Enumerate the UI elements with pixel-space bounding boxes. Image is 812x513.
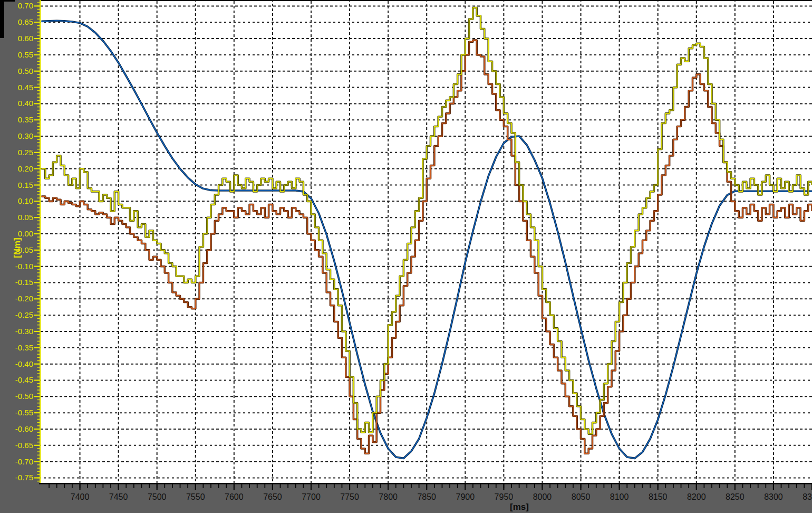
x-tick-label: 7750 xyxy=(340,492,359,501)
x-tick-label: 7900 xyxy=(456,492,475,501)
y-tick-label: -0.45 xyxy=(15,375,33,384)
y-tick-label: 0.70 xyxy=(18,1,33,10)
plot-top-border xyxy=(41,0,812,1)
y-tick-label: -0.35 xyxy=(15,343,33,352)
y-tick-label: -0.10 xyxy=(15,262,33,271)
x-tick-label: 7400 xyxy=(71,492,90,501)
x-axis-unit-label: [ms] xyxy=(510,502,529,512)
y-tick-label: 0.10 xyxy=(18,196,33,205)
y-tick-label: -0.25 xyxy=(15,310,33,319)
x-tick-label: 7850 xyxy=(417,492,436,501)
y-tick-label: -0.65 xyxy=(15,441,33,450)
y-tick-label: 0.65 xyxy=(18,17,33,26)
x-tick-label: 8200 xyxy=(687,492,706,501)
y-axis-line xyxy=(40,0,41,483)
y-tick-label: 0.00 xyxy=(18,229,33,238)
y-tick-label: -0.20 xyxy=(15,294,33,303)
x-tick-label: 7550 xyxy=(186,492,205,501)
y-tick-label: 0.05 xyxy=(18,213,33,222)
y-tick-label: 0.25 xyxy=(18,148,33,157)
y-tick-label: -0.15 xyxy=(15,278,33,287)
x-tick-label: 7600 xyxy=(225,492,244,501)
x-tick-label: 8300 xyxy=(764,492,783,501)
x-tick-label: 8050 xyxy=(572,492,591,501)
y-tick-label: -0.75 xyxy=(15,473,33,482)
y-tick-label: -0.60 xyxy=(15,424,33,433)
y-tick-label: -0.55 xyxy=(15,408,33,417)
y-tick-label: 0.60 xyxy=(18,34,33,43)
x-tick-label: 7450 xyxy=(109,492,128,501)
y-tick-label: 0.55 xyxy=(18,50,33,59)
x-tick-label: 8000 xyxy=(533,492,552,501)
y-tick-label: 0.50 xyxy=(18,66,33,75)
x-tick-label: 8150 xyxy=(649,492,668,501)
y-tick-label: 0.20 xyxy=(18,164,33,173)
x-tick-label: 7950 xyxy=(495,492,514,501)
y-tick-label: -0.50 xyxy=(15,392,33,401)
measurement-window: 0.700.650.600.550.500.450.400.350.300.25… xyxy=(0,0,812,513)
y-tick-label: -0.40 xyxy=(15,359,33,368)
x-tick-label: 8350 xyxy=(803,492,812,501)
window-top-border xyxy=(0,0,15,2)
x-tick-label: 8250 xyxy=(726,492,745,501)
y-tick-label: -0.30 xyxy=(15,327,33,336)
y-tick-label: 0.45 xyxy=(18,83,33,92)
x-tick-label: 7650 xyxy=(263,492,282,501)
y-tick-label: -0.70 xyxy=(15,457,33,466)
x-tick-label: 8100 xyxy=(610,492,629,501)
x-tick-label: 7700 xyxy=(302,492,321,501)
torque-vs-time-chart: 0.700.650.600.550.500.450.400.350.300.25… xyxy=(0,0,812,513)
y-tick-label: 0.30 xyxy=(18,131,33,140)
y-tick-label: 0.15 xyxy=(18,180,33,189)
x-tick-label: 7800 xyxy=(379,492,398,501)
x-tick-label: 7500 xyxy=(148,492,167,501)
y-axis-unit-label: [Nm] xyxy=(12,238,22,258)
y-tick-label: 0.40 xyxy=(18,99,33,108)
y-tick-label: 0.35 xyxy=(18,115,33,124)
window-corner-border xyxy=(0,0,4,38)
